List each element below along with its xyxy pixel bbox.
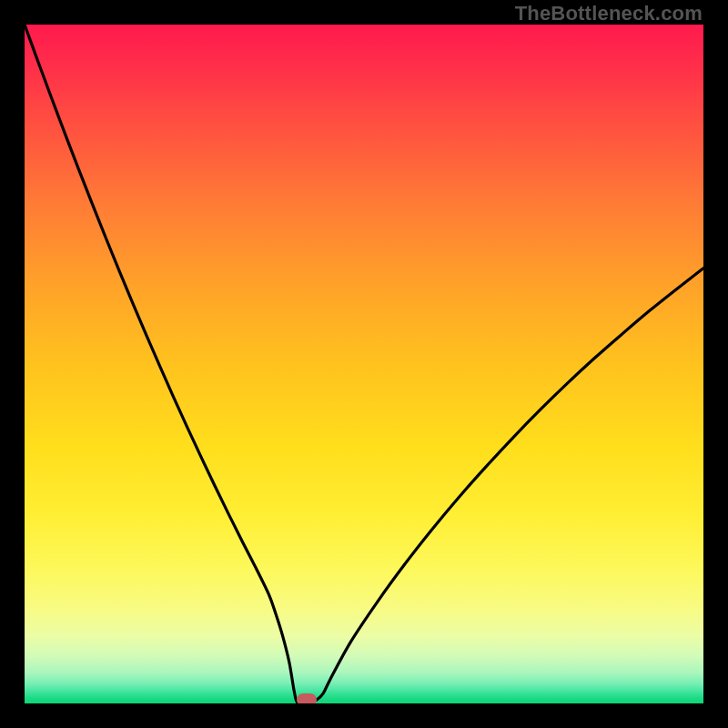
optimal-point-marker xyxy=(297,693,317,703)
curve-svg xyxy=(25,25,703,703)
plot-area xyxy=(25,25,703,703)
watermark-text: TheBottleneck.com xyxy=(515,2,703,25)
bottleneck-curve xyxy=(25,25,703,703)
chart-frame: TheBottleneck.com xyxy=(0,0,728,728)
